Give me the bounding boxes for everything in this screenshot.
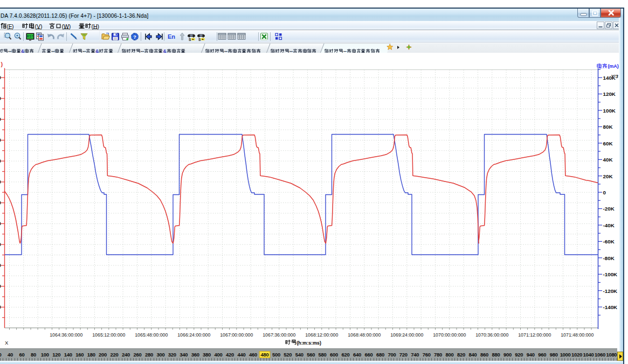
svg-text:Y'3: Y'3 [611,73,618,79]
svg-text:1066:24:00:000: 1066:24:00:000 [177,332,210,337]
svg-text:1064:36:00:000: 1064:36:00:000 [50,332,82,337]
svg-text:1068:48:00:000: 1068:48:00:000 [348,332,381,337]
svg-text:40K: 40K [603,157,613,163]
svg-text:-80K: -80K [603,255,615,261]
svg-text:1070:36:00:000: 1070:36:00:000 [475,332,508,337]
svg-text:-140K: -140K [603,304,618,310]
svg-text:): ) [1,60,3,67]
svg-text:1071:48:00:000: 1071:48:00:000 [561,332,594,337]
svg-text:1065:12:00:000: 1065:12:00:000 [92,332,125,337]
svg-text:S: S [198,38,201,41]
svg-text:1071:12:00:000: 1071:12:00:000 [518,332,551,337]
svg-text:1070:00:00:000: 1070:00:00:000 [433,332,466,337]
svg-text:-100K: -100K [603,271,618,277]
svg-text:-20K: -20K [603,206,615,212]
svg-text:S: S [189,38,191,41]
svg-text:?: ? [133,34,136,40]
svg-text:1068:12:00:000: 1068:12:00:000 [305,332,338,337]
svg-text:20K: 20K [603,173,613,179]
svg-text:En: En [168,33,175,40]
svg-text:1067:36:00:000: 1067:36:00:000 [263,332,295,337]
svg-text:-40K: -40K [603,222,615,228]
svg-text:60K: 60K [603,140,613,146]
svg-text:X: X [5,339,9,345]
svg-text:80K: 80K [603,124,613,130]
svg-text:120K: 120K [603,91,616,97]
svg-text:1069:24:00:000: 1069:24:00:000 [390,332,423,337]
svg-text:0: 0 [603,189,606,195]
svg-text:-120K: -120K [603,288,618,293]
svg-text:1065:48:00:000: 1065:48:00:000 [135,332,168,337]
svg-text:1067:00:00:000: 1067:00:00:000 [220,332,253,337]
svg-text:100K: 100K [603,107,616,113]
svg-text:RST: RST [27,34,34,38]
svg-text:-60K: -60K [603,239,615,244]
